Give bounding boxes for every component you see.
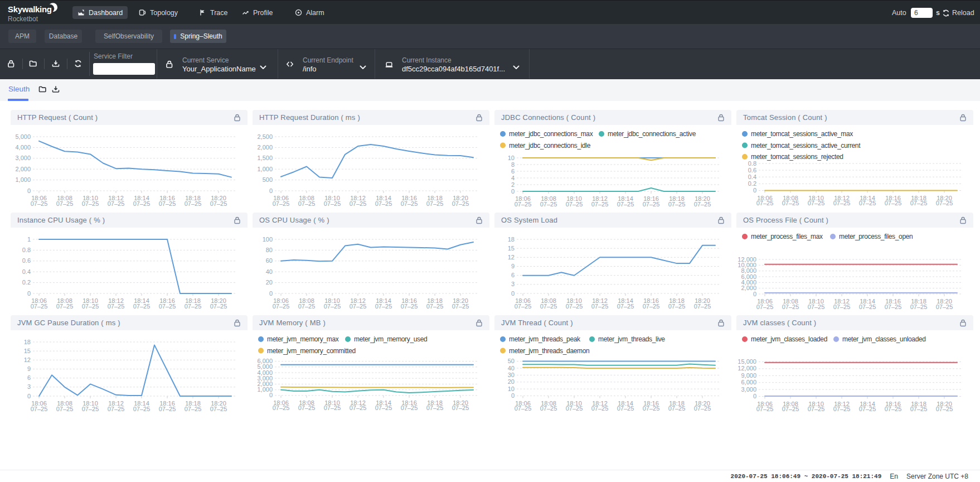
svg-text:18:1407–25: 18:1407–25: [133, 195, 151, 207]
svg-text:18:0807–25: 18:0807–25: [56, 195, 74, 207]
svg-text:0: 0: [27, 187, 31, 194]
svg-text:18:1607–25: 18:1607–25: [159, 400, 176, 412]
svg-text:12: 12: [508, 254, 515, 261]
svg-text:18: 18: [508, 236, 515, 243]
svg-text:18:2007–25: 18:2007–25: [452, 399, 469, 412]
svg-text:1,000: 1,000: [15, 176, 31, 183]
svg-text:18:0607–25: 18:0607–25: [756, 401, 774, 413]
svg-text:18:2007–25: 18:2007–25: [694, 195, 711, 208]
svg-text:4,000: 4,000: [15, 144, 31, 151]
svg-text:1,000: 1,000: [257, 166, 273, 172]
svg-text:6: 6: [511, 272, 515, 278]
svg-text:1: 1: [27, 236, 31, 243]
svg-text:18:0607–25: 18:0607–25: [273, 195, 290, 207]
svg-text:18:0607–25: 18:0607–25: [31, 297, 48, 310]
svg-text:18:1207–25: 18:1207–25: [108, 195, 125, 207]
svg-text:0.2: 0.2: [748, 180, 756, 187]
svg-text:18:2007–25: 18:2007–25: [694, 297, 711, 310]
svg-text:18:0607–25: 18:0607–25: [756, 195, 774, 207]
svg-text:2,000: 2,000: [257, 144, 273, 151]
svg-text:9: 9: [27, 365, 31, 372]
svg-text:18:1207–25: 18:1207–25: [833, 298, 851, 310]
svg-text:18:1207–25: 18:1207–25: [108, 400, 125, 412]
svg-text:18:1207–25: 18:1207–25: [833, 195, 851, 207]
svg-text:18:1807–25: 18:1807–25: [185, 195, 202, 207]
svg-text:18:1007–25: 18:1007–25: [324, 297, 341, 310]
svg-text:3: 3: [511, 281, 515, 287]
svg-text:18:1407–25: 18:1407–25: [375, 195, 392, 207]
svg-text:18:0807–25: 18:0807–25: [298, 297, 316, 310]
svg-text:5,000: 5,000: [15, 133, 31, 140]
svg-text:18:0607–25: 18:0607–25: [273, 297, 290, 310]
svg-text:12,000: 12,000: [738, 365, 756, 372]
svg-text:18:2007–25: 18:2007–25: [210, 297, 227, 310]
svg-text:18:1407–25: 18:1407–25: [859, 401, 876, 413]
svg-text:18:1207–25: 18:1207–25: [350, 297, 367, 310]
svg-text:18:1407–25: 18:1407–25: [617, 195, 634, 208]
svg-text:0.4: 0.4: [748, 173, 756, 180]
svg-text:18:1007–25: 18:1007–25: [808, 401, 825, 413]
svg-text:18:1807–25: 18:1807–25: [910, 401, 928, 413]
svg-text:meter_jvm_threads_peak: meter_jvm_threads_peak: [509, 335, 581, 343]
svg-text:12: 12: [24, 356, 31, 363]
svg-text:18:0807–25: 18:0807–25: [782, 298, 799, 310]
svg-text:0: 0: [269, 392, 273, 398]
svg-text:18:2007–25: 18:2007–25: [210, 195, 227, 207]
svg-text:18:2007–25: 18:2007–25: [452, 297, 469, 310]
svg-text:18:0607–25: 18:0607–25: [756, 298, 774, 310]
svg-text:18:1007–25: 18:1007–25: [82, 297, 99, 310]
svg-text:meter_jvm_memory_used: meter_jvm_memory_used: [354, 335, 427, 343]
svg-text:6,000: 6,000: [741, 379, 756, 385]
svg-text:18:0807–25: 18:0807–25: [298, 195, 316, 207]
svg-text:18:1607–25: 18:1607–25: [401, 399, 418, 412]
svg-text:18:1607–25: 18:1607–25: [159, 195, 176, 207]
svg-text:meter_jvm_memory_committed: meter_jvm_memory_committed: [267, 347, 356, 355]
svg-text:3,000: 3,000: [15, 155, 31, 161]
svg-text:18:1607–25: 18:1607–25: [643, 400, 660, 412]
svg-text:500: 500: [263, 176, 273, 183]
svg-text:18:0807–25: 18:0807–25: [56, 297, 74, 310]
svg-text:18:1007–25: 18:1007–25: [324, 195, 341, 207]
svg-text:meter_jvm_threads_daemon: meter_jvm_threads_daemon: [509, 347, 589, 355]
svg-text:18:1407–25: 18:1407–25: [375, 399, 392, 412]
svg-text:18:0807–25: 18:0807–25: [298, 399, 316, 412]
svg-text:60: 60: [266, 257, 273, 264]
svg-text:18:1607–25: 18:1607–25: [885, 298, 902, 310]
svg-text:18:1607–25: 18:1607–25: [401, 297, 418, 310]
svg-text:18:1807–25: 18:1807–25: [426, 195, 444, 207]
svg-text:18:2007–25: 18:2007–25: [694, 400, 711, 412]
svg-text:18:2007–25: 18:2007–25: [210, 400, 227, 412]
svg-text:18:0607–25: 18:0607–25: [515, 195, 532, 208]
svg-text:18:0807–25: 18:0807–25: [782, 401, 799, 413]
svg-text:18:1407–25: 18:1407–25: [859, 298, 876, 310]
svg-text:meter_jvm_classes_unloaded: meter_jvm_classes_unloaded: [842, 335, 926, 343]
svg-text:18:0807–25: 18:0807–25: [540, 195, 557, 208]
svg-text:18:1807–25: 18:1807–25: [668, 195, 686, 208]
svg-text:18:1007–25: 18:1007–25: [324, 399, 341, 412]
svg-text:18:1807–25: 18:1807–25: [668, 400, 686, 412]
svg-text:0.6: 0.6: [22, 257, 31, 264]
svg-text:18:1007–25: 18:1007–25: [82, 195, 99, 207]
svg-text:0.4: 0.4: [22, 268, 31, 275]
svg-text:8: 8: [511, 161, 515, 168]
svg-text:0: 0: [27, 290, 31, 297]
svg-text:18:1807–25: 18:1807–25: [910, 298, 928, 310]
svg-text:20: 20: [266, 279, 273, 286]
svg-text:6: 6: [27, 374, 31, 381]
svg-text:meter_jvm_memory_max: meter_jvm_memory_max: [267, 335, 339, 343]
svg-text:0.8: 0.8: [748, 160, 756, 167]
svg-text:18:1607–25: 18:1607–25: [885, 401, 902, 413]
svg-text:18:1807–25: 18:1807–25: [426, 297, 444, 310]
svg-text:18:0807–25: 18:0807–25: [782, 195, 799, 207]
svg-text:18:1007–25: 18:1007–25: [566, 297, 583, 310]
svg-text:80: 80: [266, 247, 273, 253]
svg-text:18:1807–25: 18:1807–25: [668, 297, 686, 310]
svg-text:18:1607–25: 18:1607–25: [159, 297, 176, 310]
svg-text:18:1207–25: 18:1207–25: [591, 400, 609, 412]
svg-text:18:1007–25: 18:1007–25: [566, 195, 583, 208]
svg-text:18:1007–25: 18:1007–25: [808, 195, 825, 207]
svg-text:18: 18: [24, 339, 31, 345]
svg-text:3: 3: [27, 383, 31, 390]
svg-text:18:1207–25: 18:1207–25: [108, 297, 125, 310]
svg-text:18:1407–25: 18:1407–25: [375, 297, 392, 310]
